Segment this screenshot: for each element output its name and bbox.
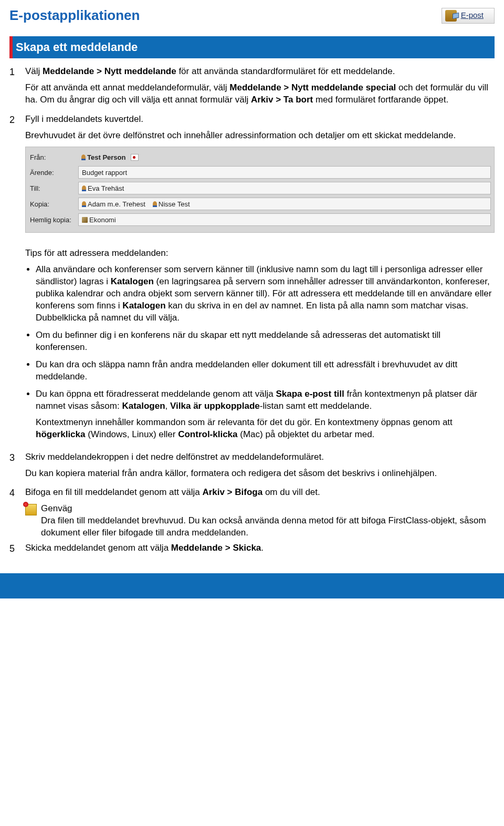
person-icon [82,201,86,207]
step-number: 3 [9,451,25,464]
list-item: Alla användare och konferenser som serve… [36,264,495,324]
from-value[interactable]: Test Person [81,153,139,162]
step-4-p1: Bifoga en fil till meddelandet genom att… [25,487,495,499]
step-2-p1: Fyll i meddelandets kuvertdel. [25,113,495,126]
book-icon [82,217,88,223]
epost-app-label: E-post [461,10,484,20]
list-item: Om du befinner dig i en konferens när du… [36,329,495,354]
shortcut-title: Genväg [41,503,495,515]
step-1-p2: För att använda ett annat meddelandeform… [25,82,495,106]
step-2-p2: Brevhuvudet är det övre delfönstret och … [25,130,495,142]
to-field[interactable]: Eva Trehäst [78,182,491,194]
cc-label: Kopia: [29,200,78,209]
step-number: 2 [9,113,25,126]
list-item: Du kan dra och släppa namn från andra me… [36,359,495,383]
step-number: 5 [9,542,25,555]
section-heading: Skapa ett meddelande [9,36,495,58]
step-3-p1: Skriv meddelandekroppen i det nedre delf… [25,451,495,463]
epost-app-button[interactable]: E-post [442,8,495,24]
bcc-field[interactable]: Ekonomi [78,213,491,226]
step-1-p1: Välj Meddelande > Nytt meddelande för at… [25,66,495,78]
person-icon [153,201,157,207]
person-icon [82,185,86,191]
page-title: E-postapplikationen [9,6,140,25]
message-header-form: Från: Test Person Ärende: Budget rapport… [25,147,495,233]
footer-bar [0,573,504,598]
epost-icon [445,10,457,22]
from-label: Från: [29,153,78,162]
tips-lead: Tips för att adressera meddelanden: [25,247,495,260]
subject-label: Ärende: [29,168,78,178]
step-number: 1 [9,66,25,78]
cc-field[interactable]: Adam m.e. Trehest Nisse Test [78,198,491,210]
step-5-p1: Skicka meddelandet genom att välja Medde… [25,542,495,554]
step-number: 4 [9,487,25,499]
step-3-p2: Du kan kopiera material från andra källo… [25,468,495,480]
person-icon [81,154,86,160]
tips-list: Alla användare och konferenser som serve… [25,264,495,440]
list-item: Du kan öppna ett föradresserat meddeland… [36,388,495,441]
to-label: Till: [29,184,78,193]
shortcut-body: Dra filen till meddelandet brevhuvud. Du… [41,515,495,539]
flag-icon [131,154,139,161]
subject-field[interactable]: Budget rapport [78,166,491,179]
shortcut-icon [25,504,37,515]
bcc-label: Hemlig kopia: [29,215,78,225]
